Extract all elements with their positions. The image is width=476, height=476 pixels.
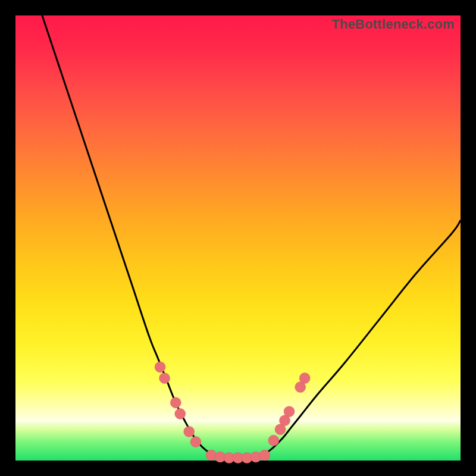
curve-layer [15,15,461,461]
data-dot [159,373,170,384]
data-dot [170,397,181,408]
data-dot [175,408,186,419]
left-dots [155,362,201,447]
data-dot [259,450,270,461]
data-dot [190,437,201,447]
data-dot [184,426,195,437]
right-dots [268,373,310,446]
left-curve [42,15,220,457]
chart-frame: TheBottleneck.com [0,0,476,476]
data-dot [268,435,279,446]
data-dot [284,406,295,417]
data-dot [155,362,165,372]
plot-area: TheBottleneck.com [15,15,461,461]
data-dot [299,373,310,384]
valley-blob-dots [206,450,270,463]
